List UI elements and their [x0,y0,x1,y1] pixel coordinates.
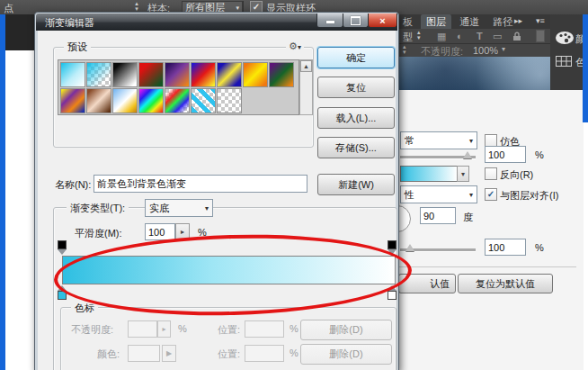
stop-color-well[interactable] [128,345,160,362]
preset-swatch[interactable] [165,88,190,113]
gradient-type-dropdown[interactable]: 实底 ▾ [145,199,213,217]
preset-swatch[interactable] [165,62,190,87]
chevron-down-icon[interactable]: ▾ [502,45,505,53]
chevron-down-icon: ▾ [461,170,465,178]
panel-dark-block [5,14,34,50]
filter-pixel-icon[interactable]: ▦ [437,31,446,42]
new-button[interactable]: 新建(W) [317,174,395,195]
color-palette-icon[interactable] [555,31,575,45]
name-label: 名称(N): [55,178,91,192]
sample-size-stepper[interactable]: ▴ ▾ [131,1,142,12]
save-button[interactable]: 存储(S)... [317,137,395,158]
blend-mode-value: 常 [405,134,414,148]
preset-swatch[interactable] [191,88,216,113]
check-icon: ✓ [487,189,494,199]
preset-swatch[interactable] [138,88,164,113]
scale-slider-thumb[interactable] [405,239,414,251]
stop-location-field2[interactable] [245,345,284,362]
smoothness-picker-button[interactable]: ▸ [175,223,190,240]
stop-color-label: 颜色: [97,347,120,361]
new-label: 新建(W) [338,178,374,192]
reset-button[interactable]: 复位 [317,77,395,98]
style-gradient-preview[interactable] [400,166,458,182]
stop-color-picker[interactable]: ▶ [162,345,176,362]
gear-icon: ⚙ [289,41,298,51]
filter-type-stepper[interactable]: ▴ ▾ [417,30,421,41]
dialog-body: 预设 ⚙▾ ▲ 确定 复位 载入(L)... 存储(S)... [38,31,396,370]
maximize-button[interactable] [343,14,369,28]
preset-swatch[interactable] [243,62,268,87]
stop-location-field[interactable] [245,320,284,338]
preset-swatch[interactable] [269,62,294,87]
preset-swatch[interactable] [86,88,111,113]
delete-opacity-stop-button[interactable]: 删除(D) [300,320,392,340]
minimize-button[interactable] [316,14,343,28]
delete-color-stop-button[interactable]: 删除(D) [300,344,392,365]
dialog-title: 渐变编辑器 [45,16,94,30]
menu-lines-icon: ≡ [540,16,545,25]
dialog-title-bar[interactable]: 渐变编辑器 × [36,14,397,31]
preset-swatch[interactable] [60,62,85,87]
close-icon: × [379,15,385,26]
angle-unit-label: 度 [463,211,473,224]
gradient-preview-bar[interactable] [62,256,396,284]
opacity-stop-right[interactable] [387,240,397,255]
close-button[interactable]: × [368,14,397,28]
tab-layers[interactable]: 图层 [421,14,451,30]
align-layer-checkbox[interactable]: ✓ [485,188,497,201]
panel-menu-icon[interactable]: ▾≡ [536,16,545,25]
filter-type-text-icon[interactable]: T [477,31,483,41]
presets-menu[interactable]: ⚙▾ [286,41,304,52]
stop-opacity-picker[interactable]: ▸ [157,320,171,338]
preset-swatch[interactable] [60,88,85,113]
chevron-updown-icon: ▾ [236,5,239,12]
name-value: 前景色到背景色渐变 [97,177,186,191]
preset-swatch[interactable] [191,62,216,87]
name-input[interactable]: 前景色到背景色渐变 [94,175,307,193]
opacity-stop-left[interactable] [57,240,67,255]
swatches-grid-icon[interactable] [556,56,572,67]
stop-opacity-field[interactable] [128,320,157,338]
gradient-picker-arrow[interactable]: ▾ [457,166,469,182]
tab-partial[interactable]: 板 [397,14,418,30]
scale-field[interactable]: 100 [485,239,526,256]
set-default-button[interactable]: 认值 [398,274,456,293]
preset-swatch[interactable] [138,62,164,87]
filter-shape-icon[interactable]: ▭ [493,31,502,42]
dither-checkbox[interactable] [485,134,497,147]
filter-toggle-switch[interactable] [536,30,545,42]
percent-label: % [178,323,187,334]
color-stop-right[interactable] [387,285,397,300]
background-panels: 板 图层 通道 路径 ▸▸ ▾≡ 型 ▴ ▾ ▦ ◐ T ▭ [397,14,588,370]
filter-adjustment-icon[interactable]: ◐ [457,31,463,41]
preset-swatch[interactable] [112,62,138,87]
reset-default-label: 复位为默认值 [476,277,535,291]
reset-default-button[interactable]: 复位为默认值 [458,274,553,293]
ok-button[interactable]: 确定 [317,47,395,68]
preset-swatch[interactable] [217,62,242,87]
load-button[interactable]: 载入(L)... [317,107,395,129]
blend-stepper[interactable]: ▴ ▾ [403,44,406,55]
color-stop-left[interactable] [57,285,67,300]
check-icon: ✓ [253,2,260,12]
presets-scrollbar[interactable]: ▲ [299,59,313,115]
style-opacity-field[interactable]: 100 [485,146,526,163]
opacity-slider-thumb[interactable] [463,147,472,158]
gradient-style-dropdown[interactable]: 性 ▾ [400,185,477,203]
tab-channels[interactable]: 通道 [454,14,485,30]
percent-label: % [198,227,207,238]
smoothness-value: 100 [148,227,165,238]
preset-swatch[interactable] [217,88,242,113]
reverse-checkbox[interactable] [485,167,497,180]
smoothness-field[interactable]: 100 [145,223,175,240]
preset-swatch[interactable] [112,88,138,113]
section-divider [398,266,576,267]
scroll-up-button[interactable]: ▲ [300,60,312,72]
stop-location-label: 位置: [218,323,240,337]
angle-field[interactable]: 90 [420,207,456,224]
collapse-panels-icon[interactable]: ▸▸ [514,16,522,25]
reset-label: 复位 [346,81,366,95]
layer-opacity-value[interactable]: 100% [473,45,498,56]
preset-swatch[interactable] [86,62,111,87]
filter-smart-lock-icon[interactable] [512,32,521,41]
